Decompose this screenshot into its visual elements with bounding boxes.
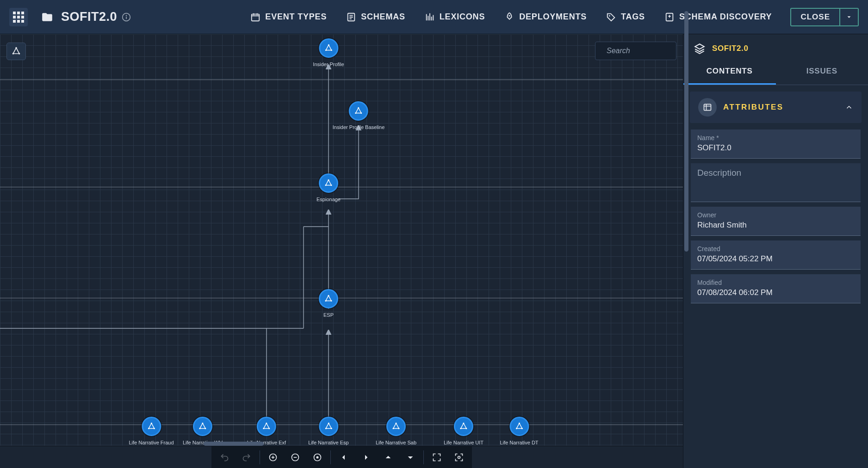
node-label: Insider Profile Baseline [333, 124, 385, 130]
svg-point-5 [509, 15, 510, 16]
svg-point-13 [325, 49, 326, 51]
node-icon [324, 295, 333, 303]
pan-right-button[interactable] [355, 446, 377, 468]
svg-point-6 [609, 15, 610, 16]
undo-button[interactable] [213, 446, 236, 468]
close-button[interactable]: CLOSE [790, 8, 840, 26]
node-icon [147, 422, 155, 431]
node-icon [459, 422, 468, 431]
node-espionage[interactable]: Espionage [316, 173, 341, 202]
node-icon [392, 422, 400, 431]
node-icon [324, 422, 333, 431]
node-label: Life Narrative Fraud [129, 440, 174, 445]
node-icon [262, 422, 271, 431]
svg-point-16 [355, 112, 356, 114]
lexicon-icon [425, 12, 435, 22]
redo-button[interactable] [236, 446, 258, 468]
node-icon [324, 179, 333, 187]
svg-point-37 [392, 428, 394, 429]
info-icon[interactable] [122, 12, 131, 22]
attributes-header[interactable]: ATTRIBUTES [690, 92, 862, 123]
horizontal-scrollbar-thumb[interactable] [204, 442, 264, 446]
apps-menu-button[interactable] [9, 8, 28, 26]
svg-point-27 [202, 423, 203, 424]
svg-point-14 [330, 49, 332, 51]
vertical-scrollbar-thumb[interactable] [684, 11, 688, 252]
zoom-in-button[interactable] [262, 446, 284, 468]
field-value: SOFIT2.0 [697, 143, 854, 153]
node-esp[interactable]: ESP [319, 289, 338, 318]
canvas-toolbar [0, 446, 683, 468]
zoom-reset-button[interactable] [306, 446, 329, 468]
node-life-narrative-sab[interactable]: Life Narrative Sab [376, 417, 416, 445]
svg-point-24 [151, 423, 152, 424]
svg-point-30 [266, 423, 267, 424]
close-dropdown[interactable] [840, 8, 859, 26]
nav-tags[interactable]: TAGS [606, 12, 645, 22]
modified-field: Modified 07/08/2024 06:02 PM [691, 274, 861, 303]
node-insider-profile-baseline[interactable]: Insider Profile Baseline [333, 101, 385, 130]
fit-screen-button[interactable] [426, 446, 448, 468]
node-icon [515, 422, 523, 431]
zoom-out-button[interactable] [284, 446, 306, 468]
attributes-icon [698, 98, 717, 117]
tag-icon [606, 12, 616, 22]
nav-label: SCHEMAS [361, 12, 405, 22]
rocket-icon [504, 12, 515, 22]
field-label: Owner [697, 211, 854, 219]
svg-point-20 [331, 185, 332, 186]
nav-label: DEPLOYMENTS [519, 12, 587, 22]
svg-point-32 [269, 428, 270, 429]
node-life-narrative-fraud[interactable]: Life Narrative Fraud [129, 417, 174, 445]
node-label: Life Narrative UIT [444, 440, 484, 445]
top-nav: EVENT TYPES SCHEMAS LEXICONS DEPLOYMENTS… [250, 12, 772, 22]
node-life-narrative-uit[interactable]: Life Narrative UIT [444, 417, 484, 445]
nav-schemas[interactable]: SCHEMAS [346, 12, 405, 22]
attributes-title: ATTRIBUTES [723, 103, 783, 112]
svg-point-49 [458, 456, 460, 458]
node-insider-profile[interactable]: Insider Profile [313, 38, 344, 67]
nav-lexicons[interactable]: LEXICONS [425, 12, 485, 22]
node-label: Life Narrative Esp [308, 440, 348, 445]
nav-label: TAGS [621, 12, 645, 22]
svg-point-31 [263, 428, 265, 429]
apps-grid-icon [13, 12, 24, 23]
node-icon [354, 107, 363, 115]
node-icon [198, 422, 207, 431]
app-title: SOFIT2.0 [61, 10, 117, 24]
diagram-canvas[interactable]: Insider Profile Insider Profile Baseline… [0, 34, 683, 468]
svg-point-41 [465, 428, 467, 429]
svg-point-33 [328, 423, 329, 424]
attributes-section: ATTRIBUTES [690, 92, 862, 123]
field-value: 07/08/2024 06:02 PM [697, 288, 854, 297]
node-life-narrative-esp[interactable]: Life Narrative Esp [308, 417, 348, 445]
svg-point-29 [205, 428, 206, 429]
tab-issues[interactable]: ISSUES [776, 59, 868, 85]
caret-down-icon [846, 14, 852, 20]
field-label: Created [697, 245, 854, 252]
svg-point-18 [328, 179, 329, 181]
svg-rect-2 [126, 17, 127, 19]
node-life-narrative-exf[interactable]: Life Narrative Exf [247, 417, 286, 445]
field-value: 07/05/2024 05:22 PM [697, 254, 854, 264]
pan-up-button[interactable] [377, 446, 399, 468]
node-label: Life Narrative Sab [376, 440, 416, 445]
svg-point-22 [325, 300, 327, 302]
description-field[interactable]: Description [691, 163, 861, 202]
nav-deployments[interactable]: DEPLOYMENTS [504, 12, 587, 22]
name-field[interactable]: Name * SOFIT2.0 [691, 129, 861, 159]
svg-point-15 [358, 107, 359, 109]
svg-point-43 [515, 428, 517, 429]
nav-event-types[interactable]: EVENT TYPES [250, 12, 327, 22]
center-button[interactable] [448, 446, 470, 468]
node-life-narrative-dt[interactable]: Life Narrative DT [500, 417, 538, 445]
pan-left-button[interactable] [333, 446, 355, 468]
calendar-icon [250, 12, 260, 22]
tab-contents[interactable]: CONTENTS [683, 59, 776, 85]
svg-point-36 [395, 423, 397, 424]
svg-point-23 [331, 300, 332, 302]
node-life-narrative-wv[interactable]: Life Narrative WV [183, 417, 223, 445]
pan-down-button[interactable] [399, 446, 422, 468]
nav-schema-discovery[interactable]: SCHEMA DISCOVERY [664, 12, 772, 22]
edges [0, 34, 683, 468]
